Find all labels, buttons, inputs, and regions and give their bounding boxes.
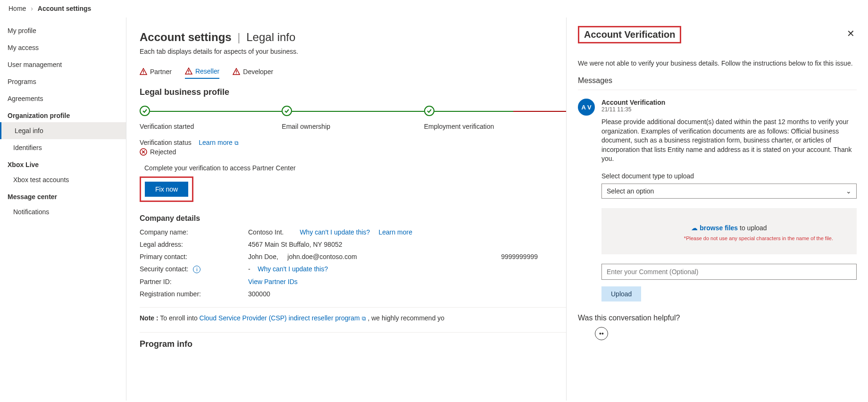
tab-reseller[interactable]: Reseller [185, 67, 219, 79]
page-title: Account settings | Legal info [140, 31, 566, 44]
sidebar-item-my-profile[interactable]: My profile [0, 22, 126, 39]
message-item: A V Account Verification 21/11 11:35 Ple… [578, 99, 857, 302]
avatar: A V [578, 99, 595, 116]
account-verification-panel: Account Verification ✕ We were not able … [566, 17, 868, 401]
message-sender: Account Verification [601, 99, 857, 106]
sidebar: My profile My access User management Pro… [0, 17, 126, 401]
main-content: Account settings | Legal info Each tab d… [126, 17, 566, 401]
sidebar-head-xbox: Xbox Live [0, 156, 126, 171]
view-partner-ids-link[interactable]: View Partner IDs [248, 278, 298, 285]
sidebar-item-user-management[interactable]: User management [0, 56, 126, 73]
panel-title-highlight: Account Verification [578, 26, 681, 43]
select-placeholder: Select an option [607, 187, 654, 195]
fix-now-highlight: Fix now [140, 176, 193, 202]
verification-status-label: Verification status [140, 139, 192, 146]
breadcrumb-current: Account settings [38, 5, 92, 12]
verification-stepper: Verification started Email ownership Emp… [140, 106, 566, 130]
step-label: Employment verification [424, 123, 494, 130]
svg-point-5 [236, 73, 237, 74]
status-rejected: Rejected [150, 148, 176, 156]
upload-button[interactable]: Upload [601, 286, 641, 302]
info-icon[interactable]: i [193, 266, 200, 273]
step-verification-started: Verification started [140, 106, 282, 130]
page-subtitle: Each tab displays details for aspects of… [140, 48, 566, 55]
legal-address-label: Legal address: [140, 241, 248, 248]
smiley-face-icon[interactable]: •• [595, 327, 608, 340]
external-link-icon: ⧉ [234, 140, 239, 146]
step-label: Email ownership [282, 123, 330, 130]
security-contact-label: Security contact: i [140, 265, 248, 273]
check-circle-icon [282, 106, 292, 116]
step-employment-verification: Employment verification [424, 106, 566, 130]
sidebar-head-organization: Organization profile [0, 107, 126, 122]
program-info-heading: Program info [140, 332, 566, 349]
warning-icon [140, 68, 147, 75]
panel-title: Account Verification [584, 29, 675, 40]
tab-partner[interactable]: Partner [140, 67, 172, 79]
page-title-secondary: Legal info [246, 31, 295, 43]
learn-more-link[interactable]: Learn more⧉ [199, 139, 239, 146]
learn-more-link[interactable]: Learn more [378, 228, 412, 236]
chevron-right-icon: › [31, 5, 33, 12]
error-circle-icon [140, 148, 147, 156]
sidebar-item-agreements[interactable]: Agreements [0, 90, 126, 107]
primary-contact-name: John Doe, [248, 253, 278, 260]
sidebar-item-legal-info[interactable]: Legal info [0, 122, 126, 139]
tabs: Partner Reseller Developer [140, 67, 566, 79]
comment-input[interactable] [601, 264, 857, 280]
why-cant-update-security-link[interactable]: Why can't I update this? [258, 265, 328, 273]
check-circle-icon [140, 106, 150, 116]
close-icon[interactable]: ✕ [845, 26, 857, 41]
security-contact-value: - [248, 265, 250, 273]
panel-intro: We were not able to verify your business… [578, 59, 857, 67]
sidebar-head-message-center: Message center [0, 188, 126, 203]
step-label: Verification started [140, 123, 194, 130]
messages-heading: Messages [578, 76, 857, 90]
company-name-value: Contoso Int. [248, 228, 284, 236]
registration-number-label: Registration number: [140, 290, 248, 298]
sidebar-item-notifications[interactable]: Notifications [0, 203, 126, 220]
partner-id-label: Partner ID: [140, 278, 248, 285]
breadcrumb: Home › Account settings [0, 0, 868, 17]
document-type-select[interactable]: Select an option ⌄ [601, 184, 857, 199]
cloud-upload-icon: ☁ [691, 224, 698, 232]
verification-cta-message: Complete your verification to access Par… [144, 164, 566, 172]
legal-business-profile-heading: Legal business profile [140, 87, 566, 97]
why-cant-update-link[interactable]: Why can't I update this? [300, 228, 370, 236]
sidebar-item-identifiers[interactable]: Identifiers [0, 139, 126, 156]
feedback-question: Was this conversation helpful? [578, 314, 857, 322]
step-email-ownership: Email ownership [282, 106, 424, 130]
file-upload-area[interactable]: ☁ browse files to upload *Please do not … [601, 208, 857, 254]
chevron-down-icon: ⌄ [846, 187, 851, 195]
check-circle-icon [424, 106, 434, 116]
registration-number-value: 300000 [248, 290, 566, 298]
message-body: Please provide additional document(s) da… [601, 117, 857, 164]
message-timestamp: 21/11 11:35 [601, 106, 857, 113]
sidebar-item-my-access[interactable]: My access [0, 39, 126, 56]
primary-contact-label: Primary contact: [140, 253, 248, 260]
upload-warning: *Please do not use any special character… [606, 235, 852, 241]
to-upload-text: to upload [738, 224, 767, 232]
external-link-icon: ⧉ [362, 315, 366, 322]
sidebar-item-programs[interactable]: Programs [0, 73, 126, 90]
csp-program-link[interactable]: Cloud Service Provider (CSP) indirect re… [200, 314, 366, 322]
enrollment-note: Note : To enroll into Cloud Service Prov… [140, 307, 566, 322]
page-title-primary: Account settings [140, 31, 232, 43]
browse-files-link[interactable]: browse files [700, 224, 738, 232]
breadcrumb-home[interactable]: Home [8, 5, 26, 12]
sidebar-item-xbox-test-accounts[interactable]: Xbox test accounts [0, 171, 126, 188]
primary-contact-email: john.doe@contoso.com [287, 253, 357, 260]
tab-label: Partner [150, 68, 172, 75]
tab-label: Developer [243, 68, 273, 75]
warning-icon [185, 67, 192, 75]
svg-point-1 [143, 73, 144, 74]
primary-contact-phone: 9999999999 [501, 253, 538, 260]
warning-icon [233, 68, 240, 75]
svg-point-3 [188, 73, 189, 74]
legal-address-value: 4567 Main St Buffalo, NY 98052 [248, 241, 566, 248]
company-name-label: Company name: [140, 228, 248, 236]
fix-now-button[interactable]: Fix now [145, 182, 188, 197]
tab-developer[interactable]: Developer [233, 67, 273, 79]
company-details-heading: Company details [140, 214, 566, 223]
document-type-label: Select document type to upload [601, 172, 857, 180]
